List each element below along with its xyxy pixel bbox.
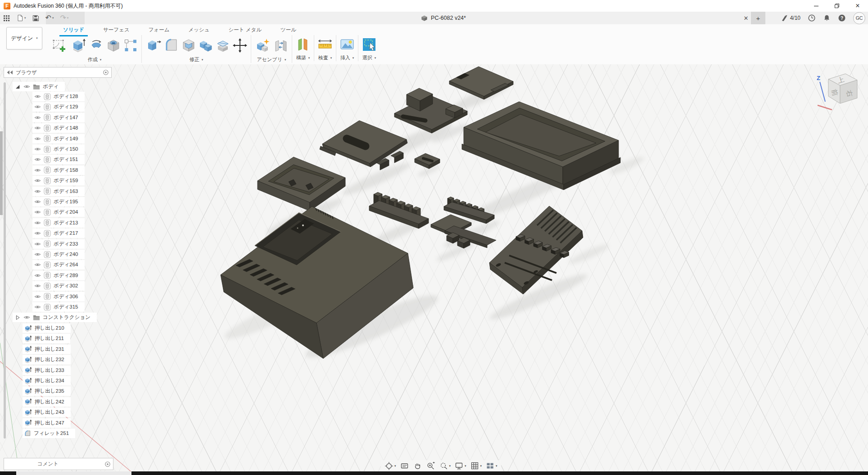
visibility-icon[interactable] <box>23 83 30 90</box>
create-menu[interactable]: 作成▾ <box>88 56 102 63</box>
browser-body-item[interactable]: ボディ163 <box>32 187 85 196</box>
comment-bar[interactable]: コメント <box>4 458 113 470</box>
browser-body-item[interactable]: ボディ306 <box>32 292 85 301</box>
viewcube[interactable]: Z 上 前 右 <box>811 62 865 114</box>
visibility-icon[interactable] <box>34 304 41 310</box>
document-tab-close-icon[interactable]: ✕ <box>740 12 752 24</box>
file-menu-icon[interactable]: ▾ <box>13 12 29 24</box>
revolve-icon[interactable] <box>88 36 104 55</box>
browser-folder-bodies[interactable]: ボディ <box>13 82 65 91</box>
browser-feature-item[interactable]: 押し出し235 <box>23 386 71 396</box>
shell-icon[interactable] <box>181 36 197 55</box>
display-settings-icon[interactable]: ▾ <box>455 462 466 471</box>
browser-body-item[interactable]: ボディ148 <box>32 123 85 133</box>
visibility-icon[interactable] <box>34 103 41 110</box>
grid-settings-icon[interactable]: ▾ <box>470 462 482 471</box>
browser-body-item[interactable]: ボディ158 <box>32 166 85 175</box>
move-icon[interactable] <box>232 36 248 55</box>
job-status-icon[interactable] <box>808 14 816 22</box>
new-component-icon[interactable] <box>254 36 272 55</box>
browser-body-item[interactable]: ボディ315 <box>32 302 85 312</box>
visibility-icon[interactable] <box>34 230 41 237</box>
fit-icon[interactable]: ▾ <box>439 462 451 471</box>
browser-folder-construction[interactable]: コンストラクション <box>13 313 97 322</box>
inspect-menu[interactable]: 検査▾ <box>318 54 332 61</box>
visibility-icon[interactable] <box>34 220 41 226</box>
browser-body-item[interactable]: ボディ204 <box>32 207 85 217</box>
visibility-icon[interactable] <box>34 146 41 152</box>
browser-body-item[interactable]: ボディ233 <box>32 239 85 249</box>
browser-body-item[interactable]: ボディ289 <box>32 271 85 280</box>
browser-panel-header[interactable]: ブラウザ <box>4 67 112 78</box>
browser-body-item[interactable]: ボディ195 <box>32 197 85 206</box>
ribbon-tab-1[interactable]: サーフェス <box>101 26 131 34</box>
extensions-badge[interactable]: 4/10 <box>781 14 800 22</box>
browser-body-item[interactable]: ボディ302 <box>32 281 85 291</box>
visibility-icon[interactable] <box>34 261 41 268</box>
construct-menu[interactable]: 構築▾ <box>296 54 310 61</box>
measure-icon[interactable] <box>317 35 333 54</box>
fillet-icon[interactable] <box>163 36 180 55</box>
browser-feature-item[interactable]: 押し出し234 <box>23 376 71 385</box>
browser-body-item[interactable]: ボディ159 <box>32 176 85 185</box>
browser-feature-item[interactable]: 押し出し247 <box>23 418 71 428</box>
construction-plane-icon[interactable] <box>295 35 311 54</box>
user-avatar[interactable]: GC <box>853 12 865 24</box>
select-icon[interactable] <box>361 35 377 54</box>
browser-body-item[interactable]: ボディ264 <box>32 260 85 269</box>
insert-menu[interactable]: 挿入▾ <box>340 54 354 61</box>
visibility-icon[interactable] <box>34 156 41 163</box>
viewports-icon[interactable]: ▾ <box>486 462 497 471</box>
expand-icon[interactable] <box>14 314 21 321</box>
expand-icon[interactable] <box>14 84 21 90</box>
modify-menu[interactable]: 修正▾ <box>190 56 203 63</box>
zoom-icon[interactable] <box>426 462 435 471</box>
workspace-selector[interactable]: デザイン▾ <box>6 27 42 49</box>
browser-feature-item[interactable]: 押し出し233 <box>23 366 71 375</box>
visibility-icon[interactable] <box>34 198 41 205</box>
application-menu-icon[interactable] <box>0 12 13 24</box>
browser-feature-item[interactable]: フィレット251 <box>23 429 75 438</box>
ribbon-tab-0[interactable]: ソリッド <box>61 26 86 34</box>
press-pull-icon[interactable] <box>145 36 163 55</box>
ribbon-tab-4[interactable]: シート メタル <box>227 26 264 34</box>
browser-body-item[interactable]: ボディ149 <box>32 134 85 143</box>
select-menu[interactable]: 選択▾ <box>362 54 376 61</box>
browser-feature-item[interactable]: 押し出し243 <box>23 408 71 417</box>
visibility-icon[interactable] <box>34 177 41 184</box>
visibility-icon[interactable] <box>34 251 41 258</box>
browser-feature-item[interactable]: 押し出し211 <box>23 334 70 343</box>
insert-image-icon[interactable] <box>339 35 355 54</box>
restore-button[interactable] <box>827 0 847 12</box>
browser-body-item[interactable]: ボディ213 <box>32 218 85 228</box>
new-tab-button[interactable]: + <box>751 12 765 24</box>
browser-body-item[interactable]: ボディ240 <box>32 250 85 259</box>
ribbon-tab-5[interactable]: ツール <box>279 26 298 34</box>
joint-icon[interactable] <box>273 36 289 55</box>
notifications-bell-icon[interactable] <box>823 14 831 22</box>
visibility-icon[interactable] <box>34 282 41 289</box>
visibility-icon[interactable] <box>34 188 41 195</box>
visibility-icon[interactable] <box>34 135 41 142</box>
left-edge-scrollbar[interactable] <box>0 131 3 215</box>
visibility-icon[interactable] <box>34 167 41 174</box>
browser-body-item[interactable]: ボディ151 <box>32 155 85 164</box>
visibility-icon[interactable] <box>34 241 41 247</box>
visibility-icon[interactable] <box>34 293 41 300</box>
redo-icon[interactable]: ↷▾ <box>57 12 72 24</box>
browser-feature-item[interactable]: 押し出し231 <box>23 345 71 354</box>
visibility-icon[interactable] <box>34 93 41 100</box>
visibility-icon[interactable] <box>34 114 41 121</box>
close-button[interactable]: × <box>847 0 868 12</box>
combine-icon[interactable] <box>198 36 214 55</box>
document-tab[interactable]: PC-6082 v24* <box>387 12 500 24</box>
help-icon[interactable]: ? <box>838 14 846 22</box>
browser-options-icon[interactable] <box>103 69 109 76</box>
ribbon-tab-3[interactable]: メッシュ <box>186 26 211 34</box>
extrude-icon[interactable] <box>69 36 87 55</box>
browser-body-item[interactable]: ボディ217 <box>32 229 85 238</box>
save-icon[interactable] <box>29 12 42 24</box>
ribbon-tab-2[interactable]: フォーム <box>147 26 172 34</box>
visibility-icon[interactable] <box>34 125 41 131</box>
undo-icon[interactable]: ↶▾ <box>42 12 57 24</box>
